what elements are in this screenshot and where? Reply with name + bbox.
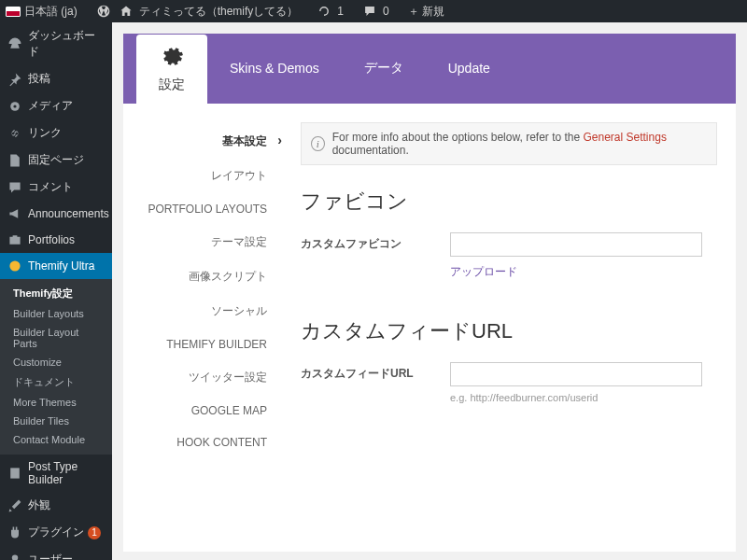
feed-heading: カスタムフィードURL — [301, 317, 717, 345]
comments-icon[interactable] — [362, 4, 377, 19]
general-settings-link[interactable]: General Settings — [584, 131, 667, 144]
sidebar-item-dashboard[interactable]: ダッシュボード — [0, 22, 112, 65]
sidebar-item-pages[interactable]: 固定ページ — [0, 147, 112, 174]
portfolio-icon — [7, 232, 22, 247]
upload-button[interactable]: アップロード — [450, 264, 717, 280]
sidebar-sub-customize[interactable]: Customize — [0, 353, 112, 371]
pin-icon — [7, 72, 22, 87]
info-text: For more info about the options below, r… — [332, 131, 707, 157]
feed-hint: e.g. http://feedburner.com/userid — [450, 392, 717, 403]
svg-point-3 — [12, 554, 18, 560]
page-icon — [7, 153, 22, 168]
svg-point-2 — [9, 260, 20, 271]
sidebar-item-portfolios[interactable]: Portfolios — [0, 227, 112, 253]
feed-url-input[interactable] — [450, 362, 702, 386]
favicon-label: カスタムファビコン — [301, 232, 450, 252]
flag-icon — [6, 7, 21, 17]
settings-main: i For more info about the options below,… — [282, 122, 717, 533]
plugin-icon — [7, 525, 22, 540]
sidebar-item-announcements[interactable]: Announcements — [0, 201, 112, 227]
subnav-image-script[interactable]: 画像スクリプト — [123, 259, 282, 294]
sidebar-item-appearance[interactable]: 外観 — [0, 492, 112, 519]
sidebar-sub-builder-layout-parts[interactable]: Builder Layout Parts — [0, 323, 112, 353]
tab-update[interactable]: Update — [426, 34, 513, 104]
site-title[interactable]: ティミってる（themifyしてる） — [139, 4, 299, 20]
sidebar-item-plugins[interactable]: プラグイン1 — [0, 519, 112, 546]
home-icon[interactable] — [119, 4, 134, 19]
sidebar-item-ptb[interactable]: Post Type Builder — [0, 455, 112, 492]
favicon-heading: ファビコン — [301, 188, 717, 216]
wp-logo-icon[interactable] — [96, 4, 111, 19]
tab-settings[interactable]: 設定 — [136, 35, 207, 105]
media-icon — [7, 99, 22, 114]
sidebar-submenu: Themify設定 Builder Layouts Builder Layout… — [0, 279, 112, 455]
admin-bar: 日本語 (ja) ティミってる（themifyしてる） 1 0 ＋ 新規 — [0, 0, 747, 22]
user-icon — [7, 553, 22, 561]
subnav-google-map[interactable]: GOOGLE MAP — [123, 395, 282, 427]
sidebar-sub-builder-layouts[interactable]: Builder Layouts — [0, 304, 112, 323]
comments-count: 0 — [383, 5, 389, 18]
subnav-twitter[interactable]: ツイッター設定 — [123, 360, 282, 395]
new-content-button[interactable]: ＋ 新規 — [408, 4, 444, 20]
sidebar-item-themify[interactable]: Themify Ultra — [0, 253, 112, 279]
settings-subnav: 基本設定 レイアウト PORTFOLIO LAYOUTS テーマ設定 画像スクリ… — [123, 122, 282, 533]
megaphone-icon — [7, 206, 22, 221]
sidebar-item-media[interactable]: メディア — [0, 92, 112, 119]
settings-panel: 基本設定 レイアウト PORTFOLIO LAYOUTS テーマ設定 画像スクリ… — [123, 104, 736, 552]
sidebar-sub-more-themes[interactable]: More Themes — [0, 393, 112, 412]
admin-sidebar: ダッシュボード 投稿 メディア リンク 固定ページ コメント Announcem… — [0, 22, 112, 560]
sidebar-item-posts[interactable]: 投稿 — [0, 65, 112, 92]
tab-settings-label: 設定 — [159, 77, 185, 93]
favicon-input[interactable] — [450, 232, 702, 257]
tab-data[interactable]: データ — [342, 34, 426, 104]
info-bar: i For more info about the options below,… — [301, 122, 717, 165]
language-switcher[interactable]: 日本語 (ja) — [24, 4, 78, 20]
subnav-portfolio-layouts[interactable]: PORTFOLIO LAYOUTS — [123, 193, 282, 225]
settings-tabs: 設定 Skins & Demos データ Update — [123, 34, 736, 104]
updates-count: 1 — [337, 5, 344, 18]
tab-skins[interactable]: Skins & Demos — [207, 34, 342, 104]
brush-icon — [7, 498, 22, 513]
content-area: 設定 Skins & Demos データ Update 基本設定 レイアウト P… — [112, 22, 747, 560]
subnav-basic[interactable]: 基本設定 — [123, 124, 282, 159]
sidebar-item-users[interactable]: ユーザー — [0, 546, 112, 560]
subnav-builder[interactable]: THEMIFY BUILDER — [123, 329, 282, 360]
link-icon — [7, 126, 22, 141]
comment-icon — [7, 180, 22, 195]
sidebar-sub-settings[interactable]: Themify設定 — [0, 283, 112, 304]
sidebar-sub-contact-module[interactable]: Contact Module — [0, 430, 112, 449]
gear-icon — [160, 44, 184, 71]
refresh-icon[interactable] — [317, 4, 331, 19]
subnav-theme[interactable]: テーマ設定 — [123, 225, 282, 259]
plugin-update-badge: 1 — [88, 526, 101, 539]
themify-icon — [7, 259, 22, 273]
sidebar-item-links[interactable]: リンク — [0, 119, 112, 147]
subnav-layout[interactable]: レイアウト — [123, 159, 282, 193]
dashboard-icon — [7, 36, 22, 51]
sidebar-sub-builder-tiles[interactable]: Builder Tiles — [0, 412, 112, 430]
svg-point-1 — [13, 105, 16, 107]
post-type-icon — [7, 466, 22, 481]
info-icon: i — [311, 136, 325, 151]
subnav-hook-content[interactable]: HOOK CONTENT — [123, 427, 282, 458]
feed-label: カスタムフィードURL — [301, 362, 450, 382]
subnav-social[interactable]: ソーシャル — [123, 294, 282, 329]
sidebar-item-comments[interactable]: コメント — [0, 174, 112, 201]
sidebar-sub-docs[interactable]: ドキュメント — [0, 371, 112, 393]
